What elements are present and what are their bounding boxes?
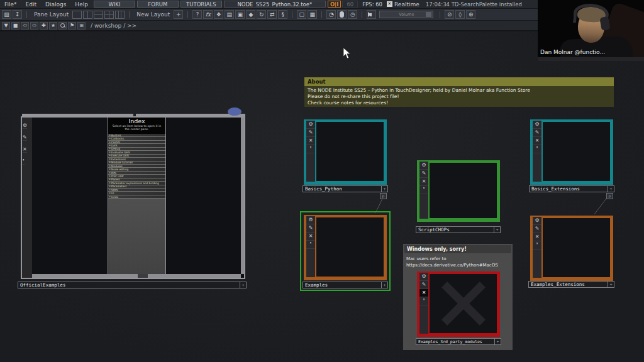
comment-flag-icon[interactable]: ❜	[533, 145, 541, 153]
refresh-button[interactable]: ↻	[257, 10, 266, 19]
realtime-checkbox[interactable]: ✕	[387, 1, 392, 7]
node-expand-button[interactable]: +	[608, 282, 614, 287]
node-label-examples-extensions[interactable]: Examples_Extensions +	[528, 281, 614, 288]
menu-item[interactable]: Edit	[21, 1, 41, 8]
link-button[interactable]: ⇄	[267, 10, 277, 19]
parameters-popup-button[interactable]: p	[606, 193, 613, 199]
flag-button[interactable]: ⚑	[68, 22, 76, 30]
node-label-basics-extensions[interactable]: Basics_Extensions +	[529, 185, 614, 192]
node-examples-extensions[interactable]: ⚙ ✎ ✕ ❜	[530, 216, 613, 281]
node-basics-extensions[interactable]: ⚙ ✎ ✕ ❜	[530, 119, 613, 185]
volume-slider[interactable]: Volume	[379, 11, 433, 18]
node-label-basics-python[interactable]: Basics_Python +	[303, 185, 388, 192]
collapse-menu-button[interactable]: ▼	[2, 22, 10, 30]
edit-flag-icon[interactable]: ✎	[23, 134, 27, 141]
edit-flag-icon[interactable]: ✎	[306, 224, 315, 233]
pane-preset-hsplit[interactable]	[94, 11, 103, 19]
viewer-flag-icon[interactable]: ⚙	[533, 121, 541, 129]
menu-item[interactable]: File*	[0, 1, 21, 8]
edit-flag-icon[interactable]: ✎	[419, 281, 428, 289]
window-placement-button[interactable]: ▢	[297, 10, 306, 19]
node-expand-button[interactable]: +	[494, 227, 500, 233]
grid-snap-button[interactable]: ▦	[308, 10, 317, 19]
back-button[interactable]: ⇦	[21, 22, 29, 30]
menu-item[interactable]: Help	[70, 1, 92, 8]
comment-flag-icon[interactable]: ❜	[306, 145, 315, 153]
about-panel-title[interactable]: About	[304, 77, 614, 86]
viewer-flag-icon[interactable]: ⚙	[306, 216, 315, 224]
node-label-official-examples[interactable]: OfficialExamples +	[18, 282, 247, 288]
viewer-flag-icon[interactable]: ⚙	[306, 121, 315, 129]
droplet-button[interactable]: ◊	[455, 10, 465, 19]
performance-monitor-button[interactable]: ◷	[348, 10, 357, 19]
export-movie-button[interactable]: ↧	[13, 10, 22, 19]
edit-flag-icon[interactable]: ✎	[419, 170, 428, 178]
volume-slider-handle[interactable]	[426, 12, 431, 17]
node-examples[interactable]: ⚙ ✎ ✕ ❜	[304, 215, 387, 280]
node-script-chops[interactable]: ⚙ ✎ ✕ ❜	[417, 160, 500, 222]
viewer-flag-icon[interactable]: ⚙	[419, 162, 428, 170]
bypass-flag-icon[interactable]: ✕	[533, 137, 541, 145]
node-viewer[interactable]	[316, 122, 384, 181]
node-expand-button[interactable]: +	[494, 339, 501, 344]
bypass-flag-icon[interactable]: ✕	[533, 233, 541, 241]
add-operator-button[interactable]: ✚	[40, 22, 48, 30]
textport-button[interactable]: ▣	[235, 10, 245, 19]
breadcrumb[interactable]: / workshop / >>	[91, 23, 136, 29]
node-examples-3rd-party-modules[interactable]: ⚙ ✎ ✕ ❜	[417, 272, 500, 337]
layers-button[interactable]: ▤	[225, 10, 234, 19]
bypass-flag-icon[interactable]: ✕	[419, 178, 428, 186]
official-right-pane[interactable]	[167, 118, 241, 274]
bypass-mode-button[interactable]: ⊘	[445, 10, 454, 19]
section-button[interactable]: §	[278, 10, 287, 19]
expression-editor-button[interactable]: fx	[203, 10, 213, 19]
official-vertical-scrollbar[interactable]	[241, 118, 244, 274]
node-viewer[interactable]	[430, 274, 497, 333]
viewer-flag-icon[interactable]: ⚙	[533, 217, 541, 225]
menu-item[interactable]: Dialogs	[41, 1, 70, 8]
palette-button[interactable]: ❖	[214, 10, 223, 19]
pane-preset-triple[interactable]	[115, 11, 125, 19]
help-button[interactable]: ?	[192, 10, 202, 19]
pane-preset-quad[interactable]	[104, 11, 114, 19]
official-left-pane[interactable]	[32, 118, 108, 274]
alarm-button[interactable]: ◔	[326, 10, 336, 19]
parameters-popup-button[interactable]: p	[380, 193, 387, 199]
menubar-link-button[interactable]: TUTORIALS	[180, 1, 222, 8]
node-expand-button[interactable]: +	[381, 282, 387, 288]
forward-button[interactable]: ⇨	[30, 22, 38, 30]
bypass-flag-icon[interactable]: ✕	[306, 137, 315, 145]
comment-flag-icon[interactable]: ❜	[306, 241, 315, 249]
node-viewer[interactable]	[543, 122, 610, 181]
node-expand-button[interactable]: +	[608, 186, 614, 192]
midi-oi-toggle[interactable]: O|I	[328, 1, 341, 8]
comment-flag-icon[interactable]: ❜	[419, 297, 428, 305]
edit-flag-icon[interactable]: ✎	[306, 129, 315, 137]
audio-mute-button[interactable]	[367, 10, 376, 19]
mouse-ui-button[interactable]	[337, 10, 347, 19]
pane-preset-single[interactable]	[72, 11, 82, 19]
external-editor-button[interactable]: ◆	[246, 10, 255, 19]
scrollbar-handle[interactable]	[138, 274, 148, 278]
image-viewer-button[interactable]: ▨	[2, 10, 11, 19]
comment-flag-icon[interactable]: ❜	[419, 186, 428, 194]
menubar-link-button[interactable]: FORUM	[137, 1, 179, 8]
node-label-examples-3rd-party[interactable]: Examples_3rd_party_modules +	[416, 338, 501, 345]
menubar-link-button[interactable]: WIKI	[94, 1, 135, 8]
viewer-flag-icon[interactable]: ⚙	[23, 123, 27, 129]
comment-flag-icon[interactable]: ❜	[23, 158, 25, 165]
node-official-examples[interactable]: ⚙ ✎ ✕ ❜ Index Select an item below to op…	[21, 116, 245, 279]
search-button[interactable]	[58, 22, 67, 30]
stop-button[interactable]: ■	[11, 22, 19, 30]
network-tree-button[interactable]: ⊞	[77, 22, 86, 30]
project-filename[interactable]: NODE_SS25_Python.32.toe*	[224, 1, 326, 8]
realtime-toggle[interactable]: ✕ Realtime	[387, 1, 419, 8]
node-basics-python[interactable]: ⚙ ✎ ✕ ❜	[304, 119, 387, 185]
node-expand-button[interactable]: +	[240, 282, 246, 288]
bypass-flag-icon[interactable]: ✕	[23, 146, 27, 153]
index-item[interactable]: ▸ Undo	[108, 195, 165, 199]
node-label-script-chops[interactable]: ScriptCHOPs +	[416, 226, 501, 233]
node-viewer[interactable]	[543, 218, 610, 277]
official-horizontal-scrollbar[interactable]	[32, 274, 241, 278]
node-expand-button[interactable]: +	[381, 186, 387, 192]
